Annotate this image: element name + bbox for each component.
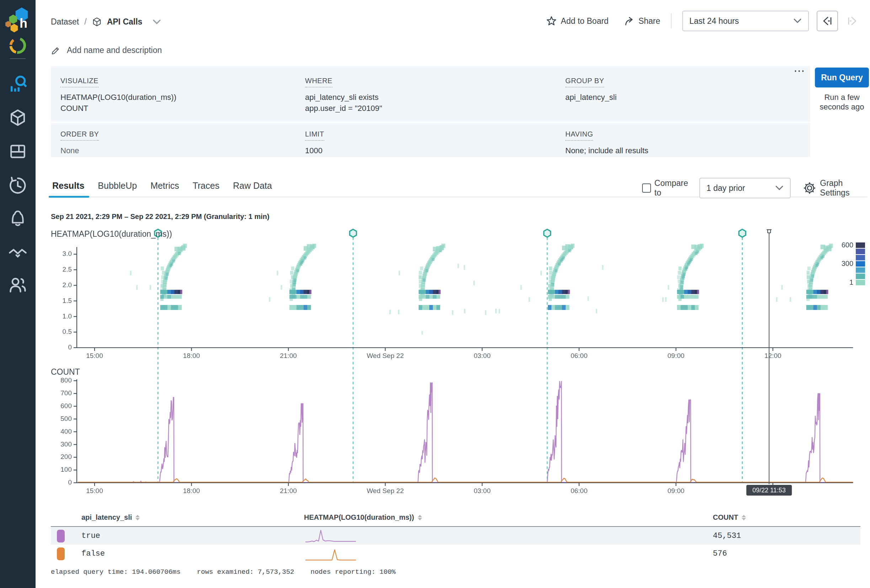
run-status-line2: seconds ago bbox=[813, 102, 870, 112]
series-color-swatch bbox=[57, 530, 65, 542]
time-range-value: Last 24 hours bbox=[690, 16, 739, 26]
sidebar-divider bbox=[10, 58, 25, 59]
datasets-icon[interactable] bbox=[9, 109, 27, 127]
cell-api-latency-sli: true bbox=[81, 531, 100, 540]
dataset-chevron-down-icon[interactable] bbox=[152, 19, 161, 25]
honeycomb-logo-icon[interactable]: h bbox=[3, 5, 32, 34]
having-value[interactable]: None; include all results bbox=[565, 145, 648, 156]
sort-icon[interactable] bbox=[418, 515, 422, 521]
cell-count: 576 bbox=[713, 549, 727, 558]
where-value-1[interactable]: api_latency_sli exists bbox=[305, 92, 382, 103]
results-table: api_latency_sli HEATMAP(LOG10(duration_m… bbox=[51, 511, 860, 563]
results-tabs: Results BubbleUp Metrics Traces Raw Data bbox=[52, 181, 272, 196]
limit-value[interactable]: 1000 bbox=[305, 145, 324, 156]
heatmap-sparkline-false bbox=[304, 545, 357, 562]
sort-icon[interactable] bbox=[742, 515, 746, 521]
alerts-icon[interactable] bbox=[9, 209, 27, 228]
where-label[interactable]: WHERE bbox=[305, 77, 332, 88]
svg-text:h: h bbox=[19, 16, 27, 31]
compare-controls: Compare to 1 day prior bbox=[642, 178, 870, 198]
run-query-button[interactable]: Run Query bbox=[815, 67, 869, 88]
run-status: Run a few seconds ago bbox=[813, 92, 870, 112]
group-by-value-1[interactable]: api_latency_sli bbox=[565, 92, 617, 103]
column-header-count[interactable]: COUNT bbox=[713, 514, 746, 521]
heatmap-sparkline-true bbox=[304, 528, 357, 544]
visualize-value-2[interactable]: COUNT bbox=[60, 103, 176, 114]
service-map-icon[interactable] bbox=[9, 244, 27, 262]
compare-period-select[interactable]: 1 day prior bbox=[699, 178, 791, 198]
query-stats: elapsed query time: 194.060706ms rows ex… bbox=[51, 568, 396, 576]
having-label[interactable]: HAVING bbox=[565, 130, 593, 141]
limit-section[interactable]: LIMIT 1000 bbox=[305, 130, 324, 156]
share-icon bbox=[624, 16, 634, 26]
order-by-label[interactable]: ORDER BY bbox=[60, 130, 99, 141]
visualize-value-1[interactable]: HEATMAP(LOG10(duration_ms)) bbox=[60, 92, 176, 103]
tab-bubbleup[interactable]: BubbleUp bbox=[98, 181, 137, 196]
sidebar: h bbox=[0, 0, 36, 588]
sort-icon[interactable] bbox=[136, 515, 140, 521]
compare-to-label: Compare to bbox=[654, 179, 695, 198]
query-time-range: Sep 21 2021, 2:29 PM – Sep 22 2021, 2:29… bbox=[51, 213, 270, 221]
visualize-section[interactable]: VISUALIZE HEATMAP(LOG10(duration_ms)) CO… bbox=[60, 77, 176, 114]
column-header-heatmap[interactable]: HEATMAP(LOG10(duration_ms)) bbox=[304, 514, 422, 521]
table-row-false[interactable]: false 576 bbox=[51, 545, 860, 563]
breadcrumb: Dataset / API Calls bbox=[51, 17, 161, 27]
tab-traces[interactable]: Traces bbox=[193, 181, 219, 196]
dataset-name[interactable]: API Calls bbox=[107, 17, 143, 27]
heatmap-chart-title: HEATMAP(LOG10(duration_ms)) bbox=[51, 229, 172, 239]
where-value-2[interactable]: app.user_id = "20109" bbox=[305, 103, 382, 114]
team-icon[interactable] bbox=[9, 275, 27, 294]
cell-api-latency-sli: false bbox=[81, 549, 105, 558]
query-builder-row1: VISUALIZE HEATMAP(LOG10(duration_ms)) CO… bbox=[51, 66, 810, 122]
where-section[interactable]: WHERE api_latency_sli exists app.user_id… bbox=[305, 77, 382, 114]
breadcrumb-root[interactable]: Dataset bbox=[51, 17, 79, 27]
group-by-label[interactable]: GROUP BY bbox=[565, 77, 604, 88]
time-range-select[interactable]: Last 24 hours bbox=[682, 10, 809, 31]
compare-period-value: 1 day prior bbox=[706, 183, 745, 193]
add-name-label: Add name and description bbox=[67, 46, 162, 55]
graph-settings-label: Graph Settings bbox=[820, 179, 870, 198]
chevron-down-icon bbox=[775, 185, 784, 191]
series-color-swatch bbox=[57, 548, 65, 560]
tab-metrics[interactable]: Metrics bbox=[150, 181, 179, 196]
query-icon[interactable] bbox=[9, 74, 27, 93]
group-by-section[interactable]: GROUP BY api_latency_sli bbox=[565, 77, 617, 103]
boards-icon[interactable] bbox=[9, 142, 27, 161]
usage-ring-icon[interactable] bbox=[9, 36, 27, 55]
stat-nodes-reporting: nodes reporting: 100% bbox=[311, 568, 396, 576]
chevron-down-icon bbox=[793, 18, 802, 24]
pencil-icon bbox=[51, 46, 60, 55]
visualize-label[interactable]: VISUALIZE bbox=[60, 77, 98, 88]
limit-label[interactable]: LIMIT bbox=[305, 130, 324, 141]
previous-query-button[interactable] bbox=[817, 10, 838, 31]
results-charts[interactable] bbox=[36, 220, 870, 498]
share-button[interactable]: Share bbox=[624, 16, 660, 26]
compare-to-checkbox[interactable] bbox=[642, 183, 651, 193]
query-overflow-menu[interactable]: ⋯ bbox=[794, 64, 806, 77]
order-by-value[interactable]: None bbox=[60, 145, 99, 156]
add-name-description-button[interactable]: Add name and description bbox=[51, 46, 162, 55]
having-section[interactable]: HAVING None; include all results bbox=[565, 130, 648, 156]
stat-rows-examined: rows examined: 7,573,352 bbox=[197, 568, 294, 576]
graph-settings-button[interactable]: Graph Settings bbox=[803, 179, 870, 198]
history-icon[interactable] bbox=[9, 176, 27, 195]
cell-count: 45,531 bbox=[713, 531, 741, 540]
add-to-board-label: Add to Board bbox=[561, 16, 608, 26]
query-builder-row2: ORDER BY None LIMIT 1000 HAVING None; in… bbox=[51, 123, 810, 157]
dataset-cube-icon bbox=[92, 17, 102, 27]
star-icon bbox=[547, 16, 556, 26]
count-chart-title: COUNT bbox=[51, 367, 80, 377]
share-label: Share bbox=[639, 16, 660, 26]
gear-icon bbox=[803, 182, 816, 194]
next-query-button[interactable] bbox=[842, 10, 863, 31]
order-by-section[interactable]: ORDER BY None bbox=[60, 130, 99, 156]
column-header-api-latency-sli[interactable]: api_latency_sli bbox=[81, 514, 140, 521]
tab-results[interactable]: Results bbox=[52, 181, 84, 196]
active-tab-underline bbox=[49, 196, 89, 198]
tab-raw-data[interactable]: Raw Data bbox=[233, 181, 272, 196]
add-to-board-button[interactable]: Add to Board bbox=[547, 16, 608, 26]
breadcrumb-separator: / bbox=[84, 17, 86, 27]
header-divider bbox=[671, 13, 672, 28]
table-row-true[interactable]: true 45,531 bbox=[51, 527, 860, 545]
header-actions: Add to Board Share Last 24 hours bbox=[547, 10, 863, 31]
